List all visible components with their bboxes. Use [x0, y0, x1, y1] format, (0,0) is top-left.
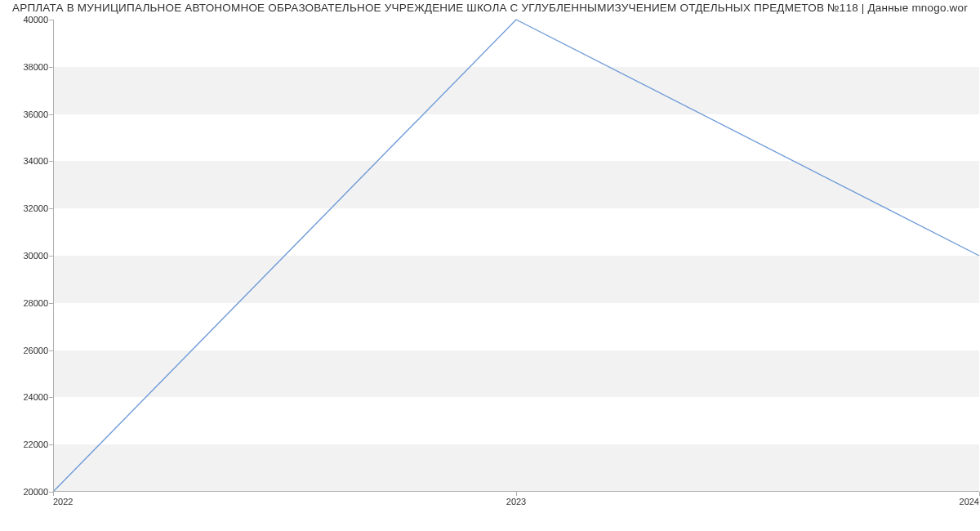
- y-tick-mark: [49, 303, 53, 304]
- chart-title: АРПЛАТА В МУНИЦИПАЛЬНОЕ АВТОНОМНОЕ ОБРАЗ…: [0, 2, 980, 14]
- y-tick-label: 36000: [23, 109, 48, 119]
- chart-container: АРПЛАТА В МУНИЦИПАЛЬНОЕ АВТОНОМНОЕ ОБРАЗ…: [0, 0, 980, 531]
- y-tick-label: 22000: [23, 440, 48, 449]
- y-tick-mark: [49, 114, 53, 115]
- y-tick-label: 40000: [23, 15, 48, 25]
- y-tick-label: 28000: [23, 298, 48, 308]
- y-tick-label: 24000: [23, 392, 48, 402]
- y-axis: [53, 20, 54, 492]
- x-tick-mark: [516, 492, 517, 496]
- y-tick-label: 38000: [23, 62, 48, 72]
- x-tick-label: 2022: [53, 497, 73, 506]
- plot-area: 2000022000240002600028000300003200034000…: [53, 20, 979, 492]
- y-tick-mark: [49, 161, 53, 162]
- x-tick-label: 2024: [960, 497, 979, 506]
- x-tick-label: 2023: [506, 497, 526, 506]
- y-tick-mark: [49, 20, 53, 20]
- y-tick-mark: [49, 256, 53, 257]
- y-tick-label: 26000: [23, 346, 48, 355]
- y-tick-mark: [49, 397, 53, 398]
- y-tick-label: 20000: [23, 487, 48, 497]
- line-series: [53, 20, 979, 492]
- y-tick-label: 30000: [23, 251, 48, 261]
- y-tick-mark: [49, 208, 53, 209]
- x-tick-mark: [53, 492, 54, 496]
- y-tick-mark: [49, 444, 53, 445]
- y-tick-label: 32000: [23, 203, 48, 213]
- y-tick-mark: [49, 350, 53, 351]
- y-tick-mark: [49, 67, 53, 68]
- y-tick-label: 34000: [23, 156, 48, 166]
